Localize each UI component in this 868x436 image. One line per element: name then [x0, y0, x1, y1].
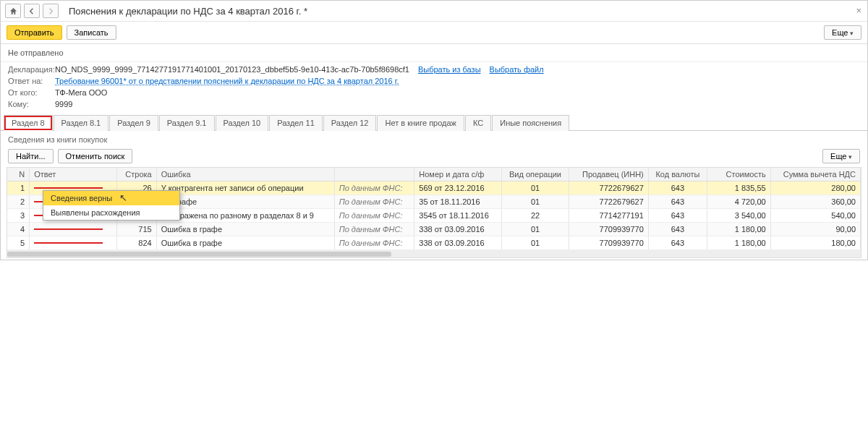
requirement-link[interactable]: Требование 96001* от о представлении поя… [55, 77, 399, 85]
tab-раздел-9.1[interactable]: Раздел 9.1 [159, 115, 215, 131]
window-title: Пояснения к декларации по НДС за 4 кварт… [69, 6, 307, 17]
more-button[interactable]: Еще [824, 25, 861, 40]
horizontal-scrollbar[interactable] [7, 250, 861, 257]
col-cost[interactable]: Стоимость [707, 168, 770, 181]
col-vat-sum[interactable]: Сумма вычета НДС [770, 168, 860, 181]
topbar: Пояснения к декларации по НДС за 4 кварт… [1, 1, 867, 22]
menu-item-correct[interactable]: Сведения верны [43, 191, 179, 205]
tab-раздел-8.1[interactable]: Раздел 8.1 [54, 115, 109, 131]
send-status: Не отправлено [1, 44, 867, 62]
tab-кс[interactable]: КС [465, 115, 491, 131]
col-operation[interactable]: Вид операции [501, 168, 569, 181]
col-n[interactable]: N [7, 168, 30, 181]
table-subheader: Сведения из книги покупок [1, 131, 867, 147]
tab-раздел-12[interactable]: Раздел 12 [323, 115, 377, 131]
col-invoice[interactable]: Номер и дата с/ф [414, 168, 502, 181]
tab-раздел-10[interactable]: Раздел 10 [216, 115, 269, 131]
col-currency[interactable]: Код валюты [648, 168, 707, 181]
table-wrap: N Ответ Строка Ошибка Номер и дата с/ф В… [7, 167, 861, 258]
info-label-declaration: Декларация: [8, 65, 55, 74]
table-row[interactable]: 4715Ошибка в графеПо данным ФНС:338 от 0… [7, 223, 861, 236]
answer-field[interactable] [34, 228, 103, 230]
answer-field[interactable] [34, 187, 103, 189]
answer-field[interactable] [34, 242, 103, 244]
action-bar: Отправить Записать Еще [1, 22, 867, 44]
col-answer[interactable]: Ответ [30, 168, 117, 181]
menu-item-discrepancies[interactable]: Выявлены расхождения [43, 205, 179, 220]
home-button[interactable] [5, 4, 21, 18]
answer-context-menu: Сведения верны Выявлены расхождения [43, 190, 180, 221]
col-row[interactable]: Строка [116, 168, 156, 181]
info-block: Декларация: NO_NDS_9999_9999_77142771917… [1, 62, 867, 114]
tab-раздел-8[interactable]: Раздел 8 [4, 115, 53, 131]
table-row[interactable]: 5824Ошибка в графеПо данным ФНС:338 от 0… [7, 236, 861, 250]
home-icon [9, 7, 17, 15]
info-label-answer: Ответ на: [8, 77, 55, 85]
send-button[interactable]: Отправить [7, 25, 62, 40]
choose-from-base-link[interactable]: Выбрать из базы [418, 65, 481, 74]
to-value: 9999 [55, 100, 72, 108]
tabs: Раздел 8Раздел 8.1Раздел 9Раздел 9.1Разд… [1, 114, 867, 131]
col-seller-inn[interactable]: Продавец (ИНН) [569, 168, 649, 181]
save-button[interactable]: Записать [67, 25, 116, 40]
back-button[interactable] [24, 4, 40, 18]
from-value: ТФ-Мега ООО [55, 88, 107, 97]
tab-раздел-11[interactable]: Раздел 11 [269, 115, 323, 131]
declaration-value: NO_NDS_9999_9999_7714277191771401001_201… [55, 65, 409, 74]
forward-button[interactable] [43, 4, 59, 18]
arrow-left-icon [28, 7, 36, 15]
tab-нет-в-книге-продаж[interactable]: Нет в книге продаж [377, 115, 464, 131]
tab-раздел-9[interactable]: Раздел 9 [109, 115, 158, 131]
close-button[interactable]: × [856, 5, 861, 16]
cancel-find-button[interactable]: Отменить поиск [58, 149, 133, 163]
app-window: Пояснения к декларации по НДС за 4 кварт… [0, 0, 868, 260]
table-more-button[interactable]: Еще [822, 149, 860, 163]
cursor-icon: ↖ [119, 192, 127, 203]
col-error[interactable]: Ошибка [156, 168, 334, 181]
tab-иные-пояснения[interactable]: Иные пояснения [492, 115, 569, 131]
col-source[interactable] [334, 168, 414, 181]
arrow-right-icon [47, 7, 55, 15]
table-toolbar: Найти... Отменить поиск Еще [1, 147, 867, 166]
find-button[interactable]: Найти... [8, 149, 54, 163]
choose-file-link[interactable]: Выбрать файл [490, 65, 544, 74]
info-label-from: От кого: [8, 88, 55, 97]
info-label-to: Кому: [8, 100, 55, 108]
